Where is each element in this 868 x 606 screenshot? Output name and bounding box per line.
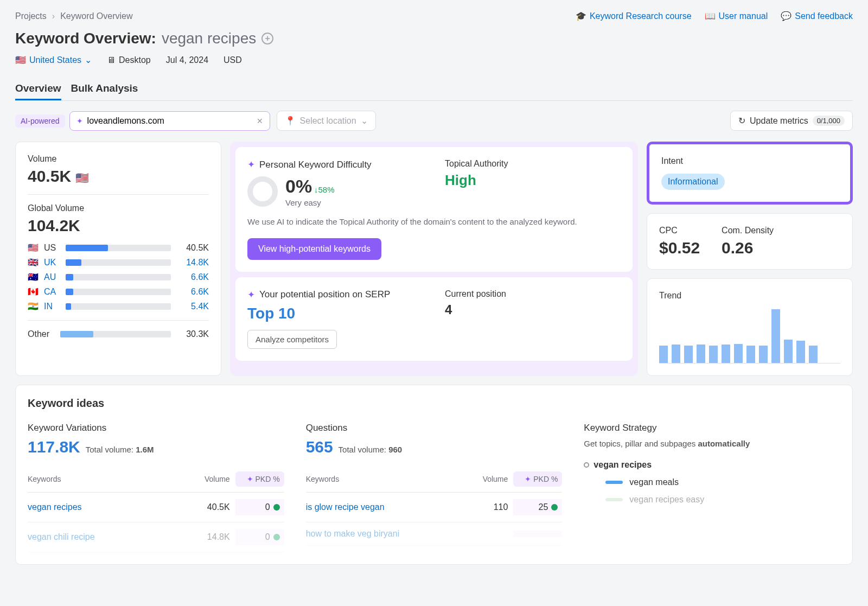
keyword-ideas-card: Keyword ideas Keyword Variations 117.8K … [15,385,853,565]
volume-value: 40.5K 🇺🇸 [28,167,209,186]
variations-count[interactable]: 117.8K [28,438,80,456]
flag-us-icon: 🇺🇸 [75,172,89,184]
cpc-label: CPC [659,226,700,235]
intent-card: Intent Informational [647,142,853,205]
volume-cell: 40.5K [187,502,230,512]
location-selector[interactable]: 📍 Select location ⌄ [277,111,376,131]
table-row[interactable]: vegan chili recipe 14.8K 0 [28,522,284,552]
country-selector[interactable]: 🇺🇸 United States ⌄ [15,55,92,65]
keyword-text: vegan recipes [162,30,256,47]
pkd-cell: 25 [513,499,562,515]
density-value: 0.26 [722,239,774,257]
table-row[interactable]: how to make veg biryani [306,522,563,546]
country-volume: 40.5K [176,243,209,253]
trend-bar [771,309,780,363]
intent-label: Intent [661,156,838,166]
trend-chart [659,309,840,363]
trend-card: Trend [647,278,853,376]
link-feedback[interactable]: 💬Send feedback [781,11,853,21]
dot-green-icon [551,504,558,511]
analyze-competitors-button[interactable]: Analyze competitors [247,330,337,349]
line-icon [605,498,623,501]
country-code: CA [44,287,60,297]
trend-bar [734,344,743,363]
cpc-card: CPC $0.52 Com. Density 0.26 [647,213,853,270]
breadcrumb: Projects › Keyword Overview [15,11,133,21]
dot-green-icon [273,504,280,511]
current-position-value: 4 [445,302,621,317]
country-row[interactable]: 🇮🇳 IN 5.4K [28,301,209,311]
country-row[interactable]: 🇺🇸 US 40.5K [28,243,209,253]
keyword-link[interactable]: vegan recipes [28,502,187,512]
pkd-change: ↓58% [314,185,335,194]
sparkle-icon: ✦ [76,117,83,125]
country-row[interactable]: 🇨🇦 CA 6.6K [28,286,209,297]
trend-bar [796,341,805,363]
pkd-description: We use AI to indicate the Topical Author… [247,216,621,228]
refresh-icon: ↻ [738,116,745,126]
tab-bulk-analysis[interactable]: Bulk Analysis [71,78,138,100]
volume-label: Volume [28,154,209,164]
update-counter: 0/1,000 [813,116,845,126]
questions-count[interactable]: 565 [306,438,333,456]
trend-bar [709,346,718,363]
trend-bar [746,346,755,363]
country-code: IN [44,302,60,311]
page-title: Keyword Overview: vegan recipes + [15,30,853,47]
trend-bar [672,345,680,363]
flag-icon: 🇦🇺 [28,272,39,282]
domain-input[interactable] [87,116,252,126]
pkd-cell [513,531,562,537]
keyword-link[interactable]: how to make veg biryani [306,529,465,539]
clear-icon[interactable]: ✕ [257,117,263,125]
th-keywords: Keywords [306,475,465,483]
serp-value: Top 10 [247,305,423,322]
th-volume: Volume [464,475,508,483]
strategy-column: Keyword Strategy Get topics, pillar and … [584,423,840,552]
th-pkd: ✦ PKD % [235,471,284,487]
ai-powered-badge: AI-powered [15,114,65,127]
global-volume-label: Global Volume [28,203,209,213]
trend-bar [697,345,705,363]
pkd-cell: 0 [235,499,284,515]
keyword-link[interactable]: vegan chili recipe [28,532,187,542]
table-row[interactable]: is glow recipe vegan 110 25 [306,493,563,522]
flag-icon: 🇮🇳 [28,301,39,311]
th-pkd: ✦ PKD % [513,471,562,487]
country-volume: 14.8K [176,258,209,267]
dot-icon [584,462,589,468]
trend-bar [809,346,818,363]
pkd-sub: Very easy [285,198,335,207]
tab-overview[interactable]: Overview [15,78,61,100]
country-row[interactable]: 🇦🇺 AU 6.6K [28,272,209,282]
country-code: US [44,243,60,253]
sparkle-icon: ✦ [247,289,255,301]
strategy-item[interactable]: vegan recipes easy [605,495,840,505]
sparkle-icon: ✦ [247,159,255,170]
country-row[interactable]: 🇬🇧 UK 14.8K [28,257,209,267]
update-metrics-button[interactable]: ↻ Update metrics 0/1,000 [730,111,853,131]
flag-icon: 🇨🇦 [28,286,39,297]
keyword-link[interactable]: is glow recipe vegan [306,502,465,512]
link-manual[interactable]: 📖User manual [705,11,768,21]
breadcrumb-root[interactable]: Projects [15,11,47,21]
global-volume-value: 104.2K [28,216,209,235]
domain-input-wrapper[interactable]: ✦ ✕ [69,111,270,131]
device-selector[interactable]: 🖥 Desktop [107,55,151,65]
strategy-item[interactable]: vegan meals [605,477,840,487]
link-course[interactable]: 🎓Keyword Research course [576,11,692,21]
breadcrumb-current: Keyword Overview [60,11,132,21]
strategy-root: vegan recipes [584,460,840,470]
volume-cell: 110 [464,502,508,512]
ta-title: Topical Authority [445,159,621,169]
cpc-value: $0.52 [659,239,700,257]
view-keywords-button[interactable]: View high-potential keywords [247,238,381,260]
ideas-title: Keyword ideas [28,397,840,410]
table-row[interactable]: vegan recipes 40.5K 0 [28,493,284,522]
trend-bar [759,346,768,363]
add-keyword-button[interactable]: + [261,33,273,44]
line-icon [605,481,623,484]
graduation-icon: 🎓 [576,11,586,21]
strategy-title: Keyword Strategy [584,423,840,433]
variations-column: Keyword Variations 117.8K Total volume: … [28,423,284,552]
